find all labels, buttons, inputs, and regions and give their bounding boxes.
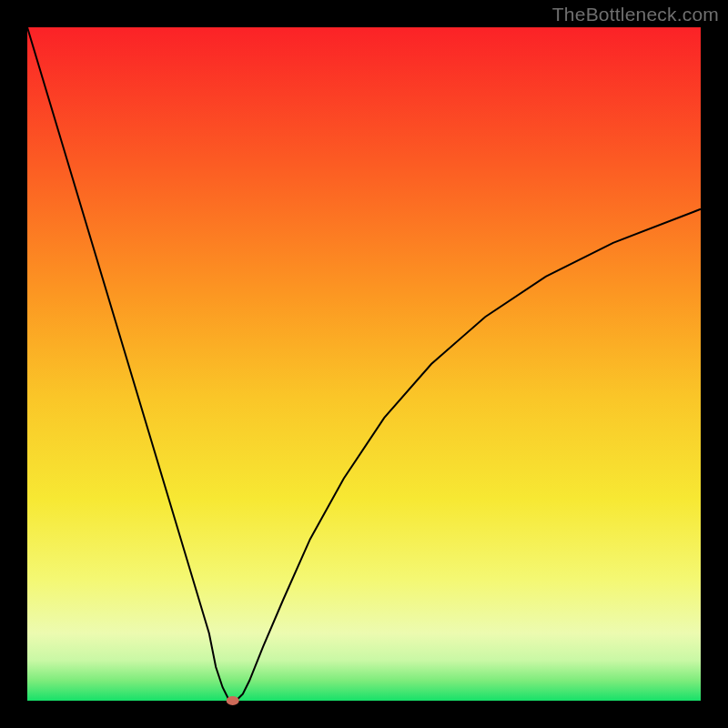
optimal-point-marker (227, 696, 239, 705)
chart-frame: TheBottleneck.com (0, 0, 728, 728)
chart-svg (0, 0, 728, 728)
